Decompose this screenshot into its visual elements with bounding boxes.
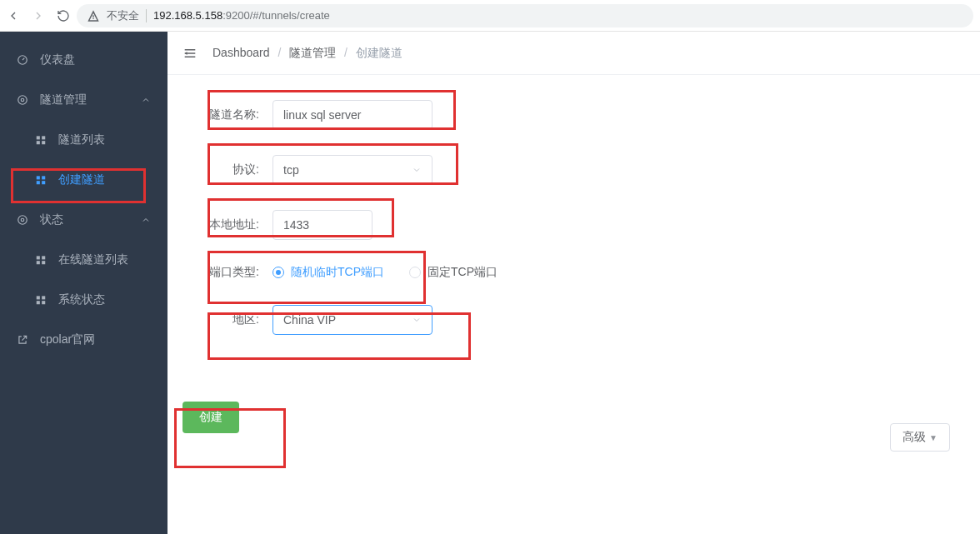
svg-rect-6	[42, 141, 45, 144]
sidebar-item-official[interactable]: cpolar官网	[0, 320, 168, 360]
create-button[interactable]: 创建	[182, 402, 239, 433]
breadcrumb: Dashboard / 隧道管理 / 创建隧道	[212, 46, 402, 61]
svg-rect-17	[37, 296, 40, 299]
sidebar-item-tunnel-list[interactable]: 隧道列表	[0, 120, 168, 160]
sidebar-item-tunnel-mgmt[interactable]: 隧道管理	[0, 80, 168, 120]
url-bar[interactable]: 不安全 192.168.5.158:9200/#/tunnels/create	[77, 4, 973, 27]
list-icon	[35, 134, 47, 146]
protocol-select[interactable]: tcp	[272, 155, 432, 185]
svg-rect-7	[37, 176, 40, 179]
crumb-tunnel-mgmt[interactable]: 隧道管理	[289, 46, 336, 59]
tunnel-icon	[17, 94, 28, 106]
radio-fixed-port[interactable]: 固定TCP端口	[409, 265, 498, 280]
svg-rect-14	[42, 256, 45, 259]
svg-rect-3	[37, 136, 40, 139]
region-select[interactable]: China VIP	[272, 305, 432, 335]
radio-dot-icon	[272, 267, 284, 278]
form-area: 隧道名称: 协议: tcp 本地地址:	[168, 75, 980, 483]
svg-point-2	[21, 98, 24, 102]
sidebar-item-sys-status[interactable]: 系统状态	[0, 280, 168, 320]
region-label: 地区:	[182, 312, 259, 327]
svg-rect-18	[42, 296, 45, 299]
chevron-up-icon	[141, 215, 151, 225]
svg-point-1	[18, 96, 28, 105]
region-value: China VIP	[283, 313, 336, 327]
chevron-down-icon	[412, 165, 422, 175]
sidebar-label-status: 状态	[40, 212, 63, 227]
sidebar-label-official: cpolar官网	[40, 332, 95, 347]
sidebar-label-dashboard: 仪表盘	[40, 52, 75, 67]
forward-button[interactable]	[32, 9, 45, 22]
advanced-button[interactable]: 高级 ▼	[890, 423, 950, 452]
sidebar-label-online: 在线隧道列表	[58, 252, 128, 267]
external-link-icon	[17, 334, 28, 346]
sidebar: 仪表盘 隧道管理 隧道列表 创建隧道 状态 在线隧道列表	[0, 32, 168, 534]
url-divider	[146, 9, 147, 22]
radio-random-port[interactable]: 随机临时TCP端口	[272, 265, 384, 280]
crumb-create: 创建隧道	[356, 46, 402, 59]
radio-dot-icon	[409, 267, 421, 278]
svg-rect-10	[42, 181, 45, 184]
sidebar-item-dashboard[interactable]: 仪表盘	[0, 40, 168, 80]
svg-rect-4	[42, 136, 45, 139]
collapse-icon[interactable]	[182, 47, 198, 59]
not-secure-icon	[87, 9, 100, 22]
svg-rect-5	[37, 141, 40, 144]
local-addr-label: 本地地址:	[182, 217, 259, 232]
svg-rect-16	[42, 261, 45, 264]
not-secure-label: 不安全	[107, 8, 139, 23]
sidebar-item-online-list[interactable]: 在线隧道列表	[0, 240, 168, 280]
sidebar-label-sys: 系统状态	[58, 292, 105, 307]
svg-point-11	[18, 216, 28, 225]
local-addr-input[interactable]	[272, 210, 372, 240]
svg-rect-19	[37, 301, 40, 304]
status-icon	[17, 214, 28, 226]
port-type-label: 端口类型:	[182, 265, 259, 280]
crumb-dashboard[interactable]: Dashboard	[212, 46, 270, 59]
chevron-up-icon	[141, 95, 151, 105]
topbar: Dashboard / 隧道管理 / 创建隧道	[168, 32, 980, 75]
protocol-value: tcp	[283, 163, 299, 177]
tunnel-name-input[interactable]	[272, 100, 432, 130]
sidebar-item-tunnel-create[interactable]: 创建隧道	[0, 160, 168, 200]
crumb-sep: /	[278, 46, 281, 59]
crumb-sep: /	[344, 46, 348, 59]
sys-icon	[35, 294, 47, 306]
advanced-label: 高级	[902, 430, 926, 445]
svg-point-12	[21, 218, 24, 222]
reload-button[interactable]	[57, 9, 70, 22]
svg-rect-8	[42, 176, 45, 179]
dashboard-icon	[17, 54, 28, 66]
name-label: 隧道名称:	[182, 107, 259, 122]
svg-rect-9	[37, 181, 40, 184]
svg-rect-13	[37, 256, 40, 259]
browser-chrome-bar: 不安全 192.168.5.158:9200/#/tunnels/create	[0, 0, 980, 32]
sidebar-label-tunnel-create: 创建隧道	[58, 172, 105, 187]
url-text: 192.168.5.158:9200/#/tunnels/create	[153, 9, 330, 22]
protocol-label: 协议:	[182, 162, 259, 177]
svg-rect-20	[42, 301, 45, 304]
triangle-down-icon: ▼	[929, 433, 938, 442]
sidebar-label-tunnel-mgmt: 隧道管理	[40, 92, 87, 107]
create-icon	[35, 174, 47, 186]
radio-fixed-label: 固定TCP端口	[428, 265, 498, 280]
sidebar-label-tunnel-list: 隧道列表	[58, 132, 105, 147]
sidebar-item-status[interactable]: 状态	[0, 200, 168, 240]
svg-rect-15	[37, 261, 40, 264]
chevron-down-icon	[412, 315, 422, 325]
back-button[interactable]	[7, 9, 20, 22]
radio-random-label: 随机临时TCP端口	[291, 265, 384, 280]
online-icon	[35, 254, 47, 266]
